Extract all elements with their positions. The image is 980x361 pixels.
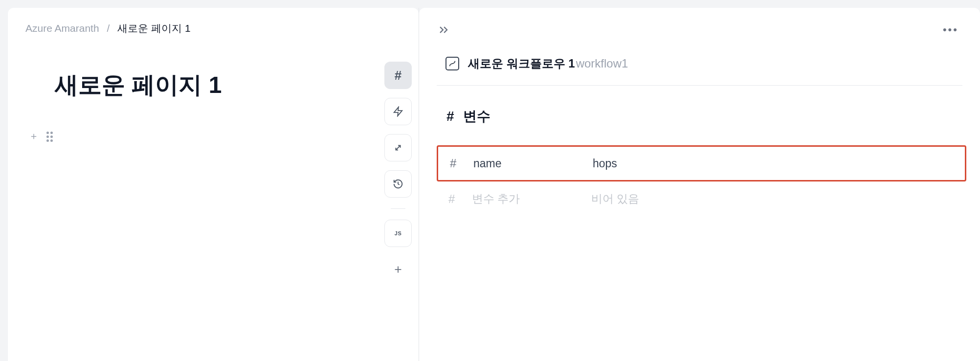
variable-row[interactable]: # name hops (437, 145, 966, 181)
add-variable-row[interactable]: # 변수 추가 비어 있음 (437, 181, 962, 216)
toolbar-flow-button[interactable] (384, 134, 412, 161)
breadcrumb: Azure Amaranth / 새로운 페이지 1 (25, 22, 360, 35)
workflow-header[interactable]: 새로운 워크플로우 1workflow1 (437, 56, 962, 86)
right-toolbar: # JS (378, 8, 419, 361)
hash-icon: # (395, 68, 401, 83)
toolbar-variables-button[interactable]: # (384, 62, 412, 89)
page-title[interactable]: 새로운 페이지 1 (55, 69, 360, 101)
right-panel: ••• 새로운 워크플로우 1workflow1 # 변수 # name hop… (419, 8, 980, 361)
hash-icon: # (446, 109, 454, 124)
history-icon (393, 179, 403, 189)
toolbar-history-button[interactable] (384, 170, 412, 198)
toolbar-divider (391, 208, 405, 209)
lightning-icon (393, 106, 403, 117)
plus-icon (393, 264, 403, 275)
svg-marker-2 (394, 107, 402, 116)
variable-value-placeholder: 비어 있음 (591, 191, 639, 206)
variables-section-header: # 변수 (437, 107, 962, 126)
chevron-double-right-icon (437, 23, 450, 37)
toolbar-js-button[interactable]: JS (384, 220, 412, 247)
ellipsis-icon: ••• (943, 23, 958, 36)
breadcrumb-workspace[interactable]: Azure Amaranth (25, 23, 99, 34)
breadcrumb-separator: / (107, 23, 110, 34)
drag-handle-icon[interactable] (45, 132, 54, 141)
flow-icon (393, 142, 403, 153)
workflow-title: 새로운 워크플로우 1 (468, 57, 575, 70)
js-icon: JS (395, 230, 401, 236)
variable-value[interactable]: hops (593, 157, 617, 170)
add-block-icon[interactable] (29, 132, 38, 141)
workflow-icon (445, 57, 459, 70)
workflow-id: workflow1 (576, 57, 628, 70)
collapse-panel-button[interactable] (437, 23, 450, 37)
hash-icon: # (450, 157, 473, 170)
editor-empty-block[interactable] (29, 132, 360, 141)
breadcrumb-current-page[interactable]: 새로운 페이지 1 (117, 22, 190, 35)
more-options-button[interactable]: ••• (939, 22, 962, 38)
hash-icon: # (448, 192, 472, 206)
toolbar-add-button[interactable] (384, 256, 412, 283)
left-panel: Azure Amaranth / 새로운 페이지 1 새로운 페이지 1 # (8, 8, 419, 361)
toolbar-actions-button[interactable] (384, 98, 412, 125)
variable-name[interactable]: name (473, 157, 593, 170)
variables-section-title: 변수 (463, 107, 490, 126)
add-variable-placeholder[interactable]: 변수 추가 (472, 191, 591, 206)
